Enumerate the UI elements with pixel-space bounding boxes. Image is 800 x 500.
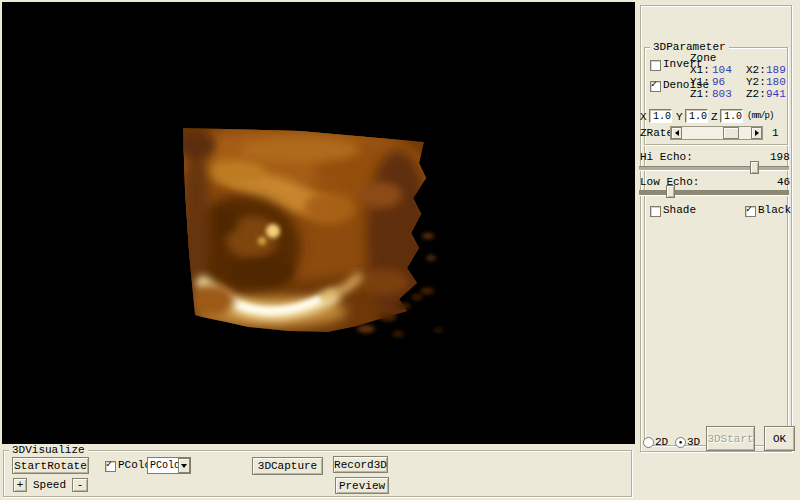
- scale-z-input[interactable]: [720, 109, 743, 123]
- scale-unit-label: (mm/p): [747, 111, 773, 122]
- hi-echo-slider-track[interactable]: [639, 166, 789, 171]
- record3d-button[interactable]: Record3D: [333, 456, 388, 473]
- zrate-label: ZRate: [640, 128, 673, 139]
- speed-plus-button[interactable]: +: [13, 478, 27, 492]
- arrow-left-icon: [675, 130, 679, 136]
- black-checkbox[interactable]: ✓: [745, 206, 756, 217]
- mode-2d-label: 2D: [655, 437, 668, 448]
- scale-x-input[interactable]: [649, 109, 672, 123]
- zrate-scrollbar[interactable]: [670, 126, 763, 140]
- low-echo-slider-track[interactable]: [639, 190, 789, 196]
- start3d-button[interactable]: 3DStart: [706, 426, 755, 451]
- scale-y-input[interactable]: [685, 109, 708, 123]
- visualize-group-title: 3DVisualize: [9, 444, 88, 456]
- invert-checkbox[interactable]: [650, 60, 661, 71]
- zone-row-label: Z1:: [690, 89, 710, 100]
- hi-echo-slider-thumb[interactable]: [750, 161, 759, 174]
- low-echo-slider-thumb[interactable]: [666, 185, 675, 198]
- divider: [644, 144, 788, 146]
- hi-echo-label: Hi Echo:: [640, 152, 693, 163]
- zone-row-value: 803: [712, 89, 732, 100]
- checkmark-icon: ✓: [651, 79, 657, 90]
- speed-label: Speed: [33, 480, 66, 491]
- ultrasound-render: [2, 2, 635, 444]
- shade-checkbox[interactable]: [650, 206, 661, 217]
- checkmark-icon: ✓: [106, 459, 112, 470]
- pcolor-checkbox[interactable]: ✓: [105, 461, 116, 472]
- mode-2d-radio[interactable]: [643, 437, 654, 448]
- mode-3d-radio[interactable]: ●: [675, 437, 686, 448]
- arrow-right-icon: [755, 130, 759, 136]
- zone-row-value: 941: [766, 89, 786, 100]
- hi-echo-value: 198: [770, 152, 790, 163]
- zone-row-value: 104: [712, 65, 732, 76]
- capture-button[interactable]: 3DCapture: [252, 457, 323, 475]
- zrate-scroll-right-button[interactable]: [751, 127, 762, 139]
- zone-row-label: X2:: [746, 65, 766, 76]
- zone-row-value: 96: [712, 77, 725, 88]
- pcolor-dropdown[interactable]: PColor: [147, 457, 191, 474]
- zrate-scroll-left-button[interactable]: [671, 127, 682, 139]
- start-rotate-button[interactable]: StartRotate: [12, 457, 89, 474]
- chevron-down-icon: [181, 464, 187, 468]
- zrate-scroll-thumb[interactable]: [723, 127, 739, 139]
- app-window: { "colors": { "panel_bg": "#ece9d8", "vi…: [0, 0, 800, 500]
- shade-label: Shade: [663, 205, 696, 216]
- black-label: Black: [758, 205, 791, 216]
- radio-dot-icon: ●: [679, 438, 683, 447]
- zrate-value: 1: [772, 128, 779, 139]
- zone-title: Zone: [690, 53, 716, 64]
- zone-row-label: Y1:: [690, 77, 710, 88]
- parameter-groupbox: 3DParameter: [644, 47, 788, 446]
- ok-button[interactable]: OK: [764, 426, 795, 451]
- speed-minus-button[interactable]: -: [72, 478, 88, 492]
- zone-row-label: X1:: [690, 65, 710, 76]
- low-echo-value: 46: [777, 177, 790, 188]
- zone-row-value: 189: [766, 65, 786, 76]
- checkmark-icon: ✓: [746, 204, 752, 215]
- zone-row-label: Z2:: [746, 89, 766, 100]
- zone-row-label: Y2:: [746, 77, 766, 88]
- denoise-checkbox[interactable]: ✓: [650, 81, 661, 92]
- zone-row-value: 180: [766, 77, 786, 88]
- preview-button[interactable]: Preview: [335, 477, 389, 494]
- mode-3d-label: 3D: [687, 437, 700, 448]
- pcolor-dropdown-button[interactable]: [178, 458, 190, 473]
- render-viewport[interactable]: [2, 2, 635, 444]
